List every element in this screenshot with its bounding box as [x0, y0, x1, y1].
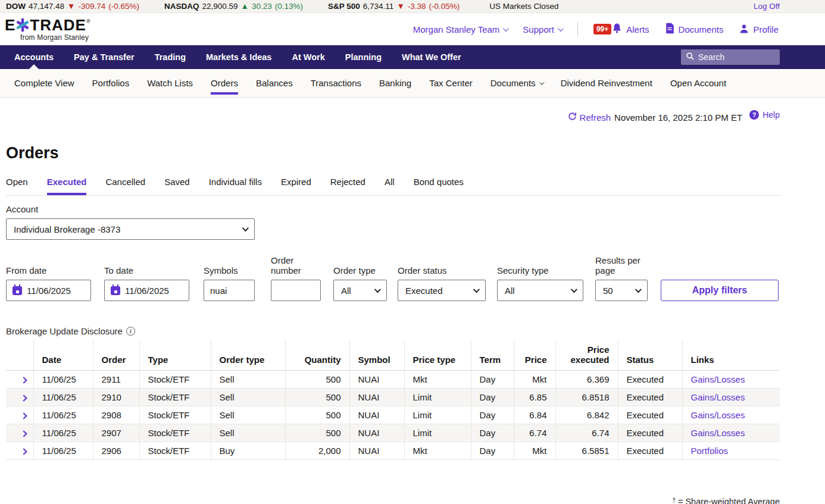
cell-order: 2911	[93, 371, 139, 389]
tab-bond-quotes[interactable]: Bond quotes	[414, 177, 464, 195]
etrade-logo[interactable]: E TRADE ® from Morgan Stanley	[5, 17, 91, 41]
tab-rejected[interactable]: Rejected	[330, 177, 365, 195]
tab-saved[interactable]: Saved	[164, 177, 190, 195]
global-search[interactable]	[681, 49, 780, 65]
subnav-label: Transactions	[311, 78, 361, 88]
subnav-label: Banking	[379, 78, 411, 88]
search-input[interactable]	[698, 52, 770, 62]
subnav-label: Tax Center	[429, 78, 473, 88]
gains-losses-link[interactable]: Gains/Losses	[691, 392, 745, 402]
expand-row-chevron-icon[interactable]	[20, 377, 27, 383]
orders-table: Date Order Type Order type Quantity Symb…	[6, 340, 780, 460]
calendar-icon[interactable]	[111, 286, 120, 295]
subnav-transactions[interactable]: Transactions	[311, 69, 361, 97]
gains-losses-link[interactable]: Gains/Losses	[691, 428, 745, 438]
col-order: Order	[93, 340, 139, 371]
profile-button[interactable]: Profile	[739, 23, 779, 36]
subnav-balances[interactable]: Balances	[256, 69, 293, 97]
tab-all[interactable]: All	[385, 177, 395, 195]
nav-item-pay-transfer[interactable]: Pay & Transfer	[74, 45, 135, 69]
nav-item-trading[interactable]: Trading	[155, 45, 186, 69]
nav-label: What We Offer	[402, 52, 461, 62]
chevron-down-icon	[539, 80, 544, 84]
support-menu[interactable]: Support	[523, 24, 562, 35]
tab-executed[interactable]: Executed	[47, 177, 87, 195]
security-type-select[interactable]: All	[497, 280, 583, 301]
expand-row-chevron-icon[interactable]	[20, 430, 27, 437]
account-select[interactable]: Individual Brokerage -8373	[6, 218, 255, 240]
cell-date: 11/06/25	[33, 389, 93, 406]
refresh-button[interactable]: Refresh	[568, 112, 611, 123]
index-change: -309.74	[78, 2, 105, 11]
nav-item-at-work[interactable]: At Work	[292, 45, 324, 69]
symbols-input[interactable]	[210, 286, 248, 296]
gains-losses-link[interactable]: Gains/Losses	[691, 374, 745, 384]
table-row: 11/06/25 2907 Stock/ETF Sell 500 NUAI Li…	[6, 424, 780, 442]
subnav-banking[interactable]: Banking	[379, 69, 411, 97]
subnav-portfolios[interactable]: Portfolios	[92, 69, 130, 97]
tab-open[interactable]: Open	[6, 177, 28, 195]
symbols-field[interactable]	[204, 280, 255, 301]
cell-price-executed: 6.74	[555, 424, 618, 442]
nav-item-what-we-offer[interactable]: What We Offer	[402, 45, 461, 69]
chevron-down-icon	[374, 286, 381, 293]
order-number-label: Order number	[271, 255, 321, 276]
cell-price-type: Limit	[404, 424, 471, 442]
to-date-field[interactable]	[104, 280, 189, 301]
alerts-button[interactable]: 99+ Alerts	[593, 23, 649, 36]
subnav-orders[interactable]: Orders	[211, 69, 238, 97]
order-number-input[interactable]	[277, 286, 314, 296]
cell-symbol: NUAI	[349, 406, 404, 424]
index-name: DOW	[6, 2, 26, 11]
subnav-watch-lists[interactable]: Watch Lists	[147, 69, 193, 97]
from-date-input[interactable]	[27, 286, 85, 296]
nav-item-accounts[interactable]: Accounts	[14, 45, 54, 69]
from-date-field[interactable]	[6, 280, 91, 301]
results-per-page-value: 50	[603, 286, 613, 296]
nav-label: Markets & Ideas	[206, 52, 271, 62]
help-icon[interactable]: ?	[749, 110, 759, 120]
brokerage-disclosure[interactable]: Brokerage Update Disclosure i	[6, 326, 780, 336]
subnav-complete-view[interactable]: Complete View	[14, 69, 74, 97]
order-status-select[interactable]: Executed	[398, 280, 486, 301]
log-off-link[interactable]: Log Off	[754, 2, 780, 11]
expand-row-chevron-icon[interactable]	[20, 395, 27, 401]
col-order-type: Order type	[211, 340, 285, 371]
morgan-stanley-team-menu[interactable]: Morgan Stanley Team	[413, 24, 508, 35]
nav-item-planning[interactable]: Planning	[345, 45, 382, 69]
results-per-page-select[interactable]: 50	[595, 280, 648, 301]
col-status: Status	[618, 340, 682, 371]
nav-item-markets-ideas[interactable]: Markets & Ideas	[206, 45, 271, 69]
documents-button[interactable]: Documents	[665, 23, 724, 36]
table-row: 11/06/25 2910 Stock/ETF Sell 500 NUAI Li…	[6, 389, 780, 406]
help-link[interactable]: Help	[762, 110, 780, 120]
info-icon[interactable]: i	[126, 327, 135, 336]
tab-individual-fills[interactable]: Individual fills	[209, 177, 262, 195]
subnav-dividend-reinvestment[interactable]: Dividend Reinvestment	[561, 69, 652, 97]
tab-cancelled[interactable]: Cancelled	[105, 177, 145, 195]
order-type-select[interactable]: All	[333, 280, 387, 301]
cell-price: Mkt	[514, 371, 555, 389]
portfolios-link[interactable]: Portfolios	[691, 446, 729, 456]
tab-expired[interactable]: Expired	[281, 177, 311, 195]
gains-losses-link[interactable]: Gains/Losses	[691, 410, 745, 420]
order-number-field[interactable]	[271, 280, 321, 301]
cell-type: Stock/ETF	[139, 406, 211, 424]
expand-row-chevron-icon[interactable]	[20, 448, 27, 455]
table-header-row: Date Order Type Order type Quantity Symb…	[6, 340, 780, 371]
chevron-down-icon	[503, 26, 509, 32]
share-weighted-footnote: † = Share-weighted Average	[6, 497, 780, 504]
subnav-documents[interactable]: Documents	[490, 69, 543, 97]
subnav-open-account[interactable]: Open Account	[670, 69, 726, 97]
cell-term: Day	[471, 406, 514, 424]
apply-filters-button[interactable]: Apply filters	[661, 280, 779, 301]
cell-price: 6.85	[514, 389, 555, 406]
chevron-down-icon	[571, 286, 577, 293]
calendar-icon[interactable]	[12, 286, 22, 295]
cell-quantity: 2,000	[285, 442, 349, 460]
cell-status: Executed	[618, 406, 682, 424]
to-date-input[interactable]	[125, 286, 183, 296]
cell-status: Executed	[618, 442, 682, 460]
expand-row-chevron-icon[interactable]	[20, 412, 27, 419]
subnav-tax-center[interactable]: Tax Center	[429, 69, 473, 97]
